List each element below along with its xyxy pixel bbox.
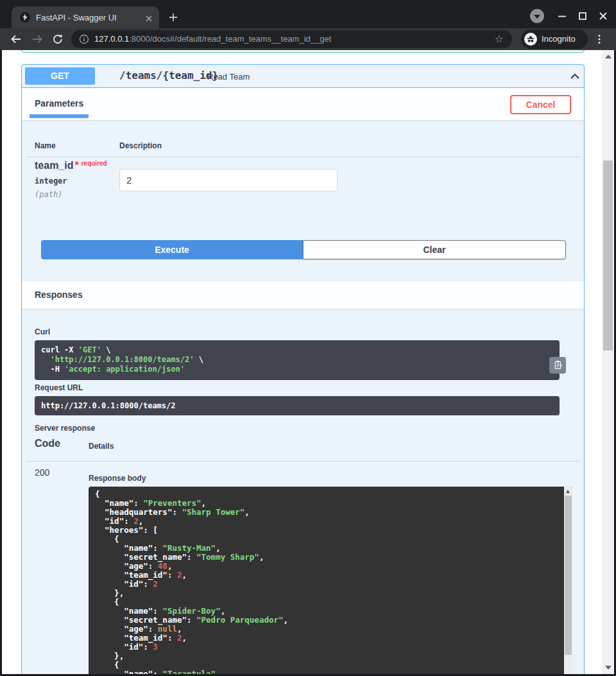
response-scrollbar-thumb[interactable] — [565, 496, 572, 655]
response-body-box: { "name": "Preventers", "headquarters": … — [89, 487, 572, 676]
fastapi-favicon-icon — [20, 12, 30, 22]
menu-kebab-icon[interactable] — [594, 33, 606, 46]
browser-titlebar: FastAPI - Swagger UI — [0, 0, 616, 28]
opblock-summary[interactable]: GET /teams/{team_id} Read Team — [22, 65, 584, 88]
curl-command: curl -X 'GET' \ 'http://127.0.0.1:8000/t… — [35, 340, 560, 380]
browser-tab[interactable]: FastAPI - Swagger UI — [12, 6, 159, 28]
required-asterisk: * — [74, 160, 78, 171]
forward-button[interactable] — [31, 33, 44, 46]
param-type: integer — [35, 177, 67, 186]
clear-button[interactable]: Clear — [303, 240, 566, 259]
scroll-up-icon[interactable] — [566, 490, 570, 493]
incognito-label: Incognito — [542, 30, 576, 49]
required-label: required — [81, 160, 107, 167]
status-code: 200 — [35, 467, 49, 478]
description-column-header: Description — [119, 141, 162, 150]
reload-button[interactable] — [51, 33, 64, 46]
name-column-header: Name — [35, 141, 56, 150]
collapse-chevron-icon[interactable] — [569, 70, 581, 83]
close-button[interactable] — [598, 11, 608, 21]
cancel-button[interactable]: Cancel — [510, 95, 571, 114]
param-location: (path) — [35, 190, 62, 199]
scrollbar-down-icon[interactable] — [605, 666, 612, 670]
execute-row: Execute Clear — [41, 240, 566, 259]
browser-toolbar: 127.0.0.1:8000/docs#/default/read_team_t… — [0, 28, 616, 50]
copy-to-clipboard-button[interactable] — [549, 357, 566, 374]
request-url-value: http://127.0.0.1:8000/teams/2 — [35, 396, 560, 415]
maximize-button[interactable] — [578, 11, 588, 21]
endpoint-path: /teams/{team_id} — [119, 69, 218, 82]
request-url-label: Request URL — [35, 383, 83, 392]
endpoint-summary: Read Team — [207, 72, 250, 82]
previous-opblock-edge — [21, 50, 585, 53]
get-opblock: GET /teams/{team_id} Read Team Parameter… — [21, 64, 585, 676]
swagger-page: GET /teams/{team_id} Read Team Parameter… — [0, 50, 616, 676]
method-badge: GET — [25, 67, 95, 85]
url-path: :8000/docs#/default/read_team_teams__tea… — [129, 34, 331, 44]
incognito-badge: Incognito — [521, 30, 588, 49]
server-response-label: Server response — [35, 424, 95, 433]
tab-close-icon[interactable] — [145, 13, 153, 21]
back-button[interactable] — [10, 33, 22, 46]
url-text[interactable]: 127.0.0.1:8000/docs#/default/read_team_t… — [94, 30, 331, 48]
responses-header: Responses — [22, 281, 584, 309]
param-name: team_id*required — [35, 160, 107, 171]
new-tab-button[interactable] — [167, 11, 180, 24]
url-bar[interactable]: 127.0.0.1:8000/docs#/default/read_team_t… — [71, 30, 512, 48]
code-column-header: Code — [35, 438, 60, 449]
table-divider — [26, 157, 581, 157]
active-tab-underline — [30, 114, 89, 118]
tab-search-button[interactable] — [530, 9, 544, 23]
page-scrollbar[interactable] — [602, 50, 614, 674]
responses-title: Responses — [35, 290, 83, 300]
parameters-header: Parameters Cancel — [22, 88, 584, 120]
bookmark-star-icon[interactable]: ☆ — [495, 30, 504, 48]
response-body-label: Response body — [89, 474, 146, 483]
team-id-input[interactable] — [119, 169, 338, 191]
details-column-header: Details — [89, 442, 114, 451]
response-body-scrollbar[interactable] — [564, 487, 572, 676]
incognito-icon — [524, 33, 537, 46]
scrollbar-up-icon[interactable] — [605, 55, 612, 58]
caret-down-icon — [534, 15, 540, 19]
browser-window: FastAPI - Swagger UI — [0, 0, 616, 676]
response-body-code: { "name": "Preventers", "headquarters": … — [89, 487, 572, 676]
curl-label: Curl — [35, 327, 50, 336]
minimize-button[interactable] — [557, 11, 567, 21]
url-host: 127.0.0.1 — [94, 34, 129, 44]
page-scrollbar-thumb[interactable] — [603, 160, 613, 351]
tab-title: FastAPI - Swagger UI — [36, 13, 117, 22]
window-edge-left — [0, 50, 2, 676]
execute-button[interactable]: Execute — [41, 240, 303, 259]
response-divider — [26, 461, 581, 462]
tab-parameters[interactable]: Parameters — [35, 98, 83, 108]
site-info-icon[interactable] — [79, 34, 89, 47]
